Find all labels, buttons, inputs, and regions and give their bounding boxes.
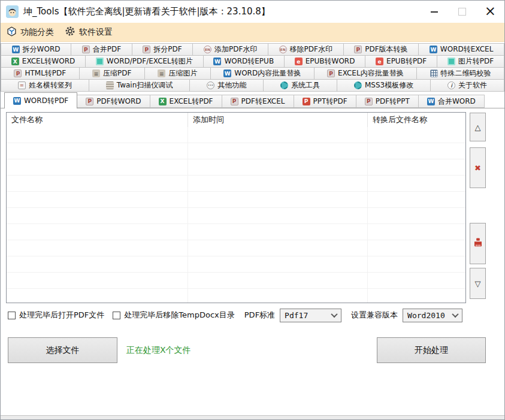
table-cell [7,176,188,191]
app-icon [6,5,19,18]
tab[interactable]: 其他功能 [189,79,264,92]
table-row[interactable] [7,289,465,303]
tab[interactable]: 移除PDF水印 [268,43,344,56]
tab-label: PDF转WORD [96,96,141,107]
table-row[interactable] [7,176,465,192]
tab[interactable]: 合并WORD [418,95,485,108]
move-down-button[interactable]: ▽ [470,268,486,299]
tab[interactable]: Twain扫描仪调试 [89,79,190,92]
tab[interactable]: WORD转EXCEL [418,43,504,56]
tab[interactable]: 拆分WORD [1,43,71,56]
table-row[interactable] [7,256,465,273]
tab[interactable]: 添加PDF水印 [192,43,268,56]
tab-label: EXCEL转WORD [22,56,75,67]
table-row[interactable] [7,208,465,224]
table-row[interactable] [7,224,465,240]
excel-icon [11,58,19,65]
compat-version-select[interactable]: Word2010 [403,309,462,322]
table-cell [7,208,188,223]
column-header-filename[interactable]: 文件名称 [7,113,188,127]
tab-label: PPT转PDF [313,96,347,107]
select-files-button[interactable]: 选择文件 [8,337,117,363]
tab[interactable]: MSS3模板修改 [337,79,431,92]
tab-label: WORD转EPUB [224,56,274,67]
tab[interactable]: PDF转WORD [77,95,150,108]
tab[interactable]: 系统工具 [263,79,337,92]
table-cell [368,127,465,143]
tab-label: 系统工具 [291,80,320,90]
table-cell [188,240,368,256]
category-hexagon-icon [7,26,17,38]
tab[interactable]: 拆分PDF [132,43,193,56]
table-row[interactable] [7,192,465,208]
tab-label: EPUB转WORD [306,56,355,67]
function-category-button[interactable]: 功能分类 [7,26,54,38]
tab[interactable]: 图片转PDF [437,55,504,68]
table-row[interactable] [7,143,465,159]
tab-label: 关于软件 [458,80,487,90]
start-processing-button[interactable]: 开始处理 [377,337,486,363]
tab[interactable]: 特殊二维码校验 [416,67,504,80]
tab-label: MSS3模板修改 [365,80,413,90]
table-cell [188,256,368,272]
table-cell [368,176,465,191]
maximize-icon [458,8,466,16]
tool-label: 软件设置 [79,27,113,38]
clear-list-button[interactable] [470,223,486,264]
stamp-icon [204,46,211,53]
chevron-down-icon [331,311,337,318]
tab[interactable]: EXCEL转PDF [150,95,222,108]
table-cell [368,256,465,272]
tab[interactable]: EPUB转WORD [284,55,365,68]
minimize-button[interactable] [420,1,448,23]
tab[interactable]: HTML转PDF [1,67,80,80]
move-up-button[interactable]: △ [470,113,486,141]
maximize-button[interactable] [448,1,476,23]
tab-row: 拆分WORD合并PDF拆分PDF添加PDF水印移除PDF水印PDF版本转换WOR… [1,43,504,56]
column-header-addtime[interactable]: 添加时间 [188,113,368,127]
tab[interactable]: WORD转PDF [4,92,77,108]
tab[interactable]: 姓名横转竖列 [1,79,89,92]
table-row[interactable] [7,127,465,143]
start-processing-label: 开始处理 [415,345,448,356]
zip-icon [158,70,165,77]
tab-label: 移除PDF水印 [290,44,332,55]
tab-label: 姓名横转竖列 [29,80,72,90]
software-settings-button[interactable]: 软件设置 [65,26,113,38]
table-row[interactable] [7,240,465,256]
pdf-standard-value: Pdf17 [285,311,308,320]
tab[interactable]: PPT转PDF [294,95,356,108]
tab-label: 压缩图片 [168,68,197,78]
remove-tempdocx-checkbox[interactable] [113,312,120,319]
remove-file-button[interactable]: ✖ [470,147,486,188]
pdf-icon [82,46,90,53]
table-row[interactable] [7,273,465,289]
tab-label: 图片转PDF [458,56,494,67]
tab[interactable]: WORD/PDF/EXCEL转图片 [85,55,204,68]
tab[interactable]: 压缩图片 [144,67,211,80]
info-icon [447,81,455,89]
table-cell [7,224,188,240]
tab[interactable]: 关于软件 [430,79,504,92]
tab[interactable]: 合并PDF [71,43,132,56]
tab-label: EXCEL内容批量替换 [338,68,404,78]
pdf-standard-select[interactable]: Pdf17 [280,309,341,322]
tab[interactable]: 压缩PDF [79,67,145,80]
table-cell [188,176,368,191]
tab-label: EXCEL转PDF [170,96,213,107]
tab[interactable]: EXCEL转WORD [1,55,86,68]
tab[interactable]: EPUB转PDF [365,55,437,68]
tab[interactable]: WORD转EPUB [203,55,285,68]
table-row[interactable] [7,159,465,176]
tab[interactable]: PDF转EXCEL [222,95,294,108]
close-button[interactable]: × [476,1,504,23]
open-pdf-checkbox[interactable] [8,312,16,319]
tab[interactable]: PDF版本转换 [343,43,419,56]
tab[interactable]: WORD内容批量替换 [210,67,315,80]
column-header-output-name[interactable]: 转换后文件名称 [368,113,465,127]
tab[interactable]: EXCEL内容批量替换 [314,67,417,80]
remove-tempdocx-label: 处理完毕后移除TempDocx目录 [124,310,234,321]
tab[interactable]: PDF转PPT [356,95,419,108]
gear-icon [354,81,362,89]
gear-icon [65,26,75,38]
